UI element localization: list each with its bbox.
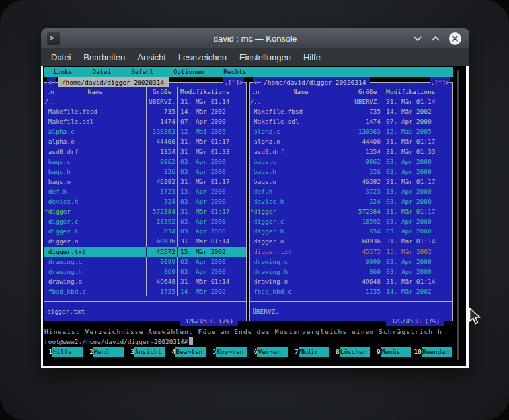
mc-menu-befehl[interactable]: Befehl bbox=[131, 67, 153, 77]
file-row-alpha.c[interactable]: alpha.c13036312. Mai 2005 bbox=[44, 126, 246, 136]
menu-lesezeichen[interactable]: Lesezeichen bbox=[175, 51, 230, 63]
fnkey-2[interactable]: 2Menü bbox=[85, 347, 126, 357]
file-row-device.h[interactable]: device.h32403. Apr 2000 bbox=[44, 196, 246, 206]
fnkey-label[interactable]: Bea~ten bbox=[175, 347, 206, 357]
file-row-drawing.o[interactable]: drawing.o4964831. Mär 01:14 bbox=[250, 276, 452, 286]
file-size: 1735 bbox=[352, 286, 383, 296]
file-mtime: 12. Mai 2005 bbox=[178, 126, 246, 136]
file-row-digger.c[interactable]: digger.c1859203. Apr 2000 bbox=[250, 216, 452, 226]
fnkey-7[interactable]: 7Mkdir bbox=[291, 347, 332, 357]
close-button[interactable] bbox=[449, 32, 461, 45]
terminal-scrollbar[interactable] bbox=[457, 70, 459, 360]
header-mtime[interactable]: Modifikations bbox=[383, 87, 452, 97]
header-size[interactable]: Größe bbox=[352, 87, 383, 97]
file-row-bags.o[interactable]: bags.o4639231. Mär 01:17 bbox=[44, 177, 246, 187]
file-row-Makefile.fbsd[interactable]: Makefile.fbsd73514. Mär 2002 bbox=[250, 106, 452, 116]
fnkey-5[interactable]: 5Kop~ren bbox=[208, 347, 249, 357]
file-row-drawing.o[interactable]: drawing.o4964831. Mär 01:14 bbox=[44, 276, 246, 286]
menu-bearbeiten[interactable]: Bearbeiten bbox=[80, 51, 128, 63]
file-row-drawing.h[interactable]: drawing.h86903. Apr 2000 bbox=[250, 267, 452, 276]
file-row-asd0.drf[interactable]: asd0.drf135431. Mär 01:33 bbox=[250, 147, 452, 157]
file-row-alpha.o[interactable]: alpha.o4440031. Mär 01:17 bbox=[44, 136, 246, 146]
fnkey-number: 2 bbox=[85, 347, 93, 357]
file-name: digger.txt bbox=[250, 247, 352, 257]
command-line[interactable]: root@www2:/home/david/digger-20020314# bbox=[44, 337, 193, 347]
mc-menu-optionen[interactable]: Optionen bbox=[174, 67, 204, 77]
fnkey-1[interactable]: 1Hilfe bbox=[44, 347, 85, 357]
file-row-digger.o[interactable]: digger.o6093631. Mär 01:14 bbox=[44, 236, 246, 246]
menu-ansicht[interactable]: Ansicht bbox=[134, 51, 169, 63]
file-row-bags.c[interactable]: bags.c986203. Apr 2000 bbox=[250, 157, 452, 167]
fnkey-9[interactable]: 9Menüs bbox=[373, 347, 414, 357]
file-row-..[interactable]: /..ÜBERVZ.31. Mär 01:14 bbox=[250, 97, 452, 106]
fnkey-label[interactable]: Menüs bbox=[381, 347, 411, 357]
mc-menu-rechts[interactable]: Rechts bbox=[223, 67, 246, 77]
file-row-digger.h[interactable]: digger.h83403. Apr 2000 bbox=[44, 226, 246, 236]
file-row-alpha.o[interactable]: alpha.o4440031. Mär 01:17 bbox=[250, 136, 452, 146]
fnkey-3[interactable]: 3Ansicht bbox=[126, 347, 167, 357]
file-row-bags.o[interactable]: bags.o4639231. Mär 01:17 bbox=[250, 177, 452, 187]
fnkey-label[interactable]: Menü bbox=[93, 347, 124, 357]
file-row-alpha.c[interactable]: alpha.c13036312. Mai 2005 bbox=[250, 126, 452, 136]
file-row-device.h[interactable]: device.h32403. Apr 2000 bbox=[250, 196, 452, 206]
fnkey-label[interactable]: Ansicht bbox=[134, 347, 165, 357]
file-name: digger.c bbox=[44, 216, 146, 226]
menu-hilfe[interactable]: Hilfe bbox=[300, 51, 324, 63]
file-row-digger.h[interactable]: digger.h83403. Apr 2000 bbox=[250, 226, 452, 236]
file-row-..[interactable]: /..ÜBERVZ.31. Mär 01:14 bbox=[44, 97, 246, 106]
fnkey-6[interactable]: 6Ver~en bbox=[249, 347, 290, 357]
fnkey-10[interactable]: 10Beenden bbox=[414, 347, 455, 357]
mc-menu-links[interactable]: Links bbox=[54, 67, 73, 77]
file-row-digger.c[interactable]: digger.c1859203. Apr 2000 bbox=[44, 216, 246, 226]
panel-left-path[interactable]: /home/david/digger-20020314 bbox=[58, 77, 169, 87]
fnkey-number: 7 bbox=[291, 347, 299, 357]
mc-menu-datei[interactable]: Datei bbox=[93, 67, 112, 77]
panel-left-collapse-arrow[interactable]: <─ bbox=[47, 77, 56, 87]
panel-right-status-separator bbox=[250, 296, 452, 306]
panel-left-resize-corner[interactable]: .[^]> bbox=[223, 77, 244, 87]
file-row-asd0.drf[interactable]: asd0.drf135431. Mär 01:33 bbox=[44, 147, 246, 157]
file-row-bags.h[interactable]: bags.h32603. Apr 2000 bbox=[250, 167, 452, 177]
file-name: Makefile.fbsd bbox=[250, 106, 352, 116]
file-row-drawing.h[interactable]: drawing.h86903. Apr 2000 bbox=[44, 267, 246, 276]
file-row-digger[interactable]: *digger57238431. Mär 01:17 bbox=[250, 206, 452, 216]
file-row-drawing.c[interactable]: drawing.c909903. Apr 2000 bbox=[250, 257, 452, 267]
maximize-icon[interactable] bbox=[431, 36, 440, 42]
file-row-digger[interactable]: *digger57238431. Mär 01:17 bbox=[44, 206, 246, 216]
panel-left: <─ /home/david/digger-20020314 .[^]> .nN… bbox=[44, 82, 247, 321]
header-name[interactable]: Name bbox=[294, 88, 309, 95]
fnkey-label[interactable]: Hilfe bbox=[52, 347, 83, 357]
file-row-fbsd_kbd.c[interactable]: fbsd_kbd.c173514. Mär 2002 bbox=[250, 286, 452, 296]
panel-right-resize-corner[interactable]: .[^]> bbox=[430, 77, 450, 87]
fnkey-label[interactable]: Kop~ren bbox=[216, 347, 247, 357]
file-row-Makefile.sdl[interactable]: Makefile.sdl147407. Apr 2000 bbox=[44, 116, 246, 126]
fnkey-4[interactable]: 4Bea~ten bbox=[167, 347, 208, 357]
fnkey-label[interactable]: Löschen bbox=[340, 347, 370, 357]
menu-einstellungen[interactable]: Einstellungen bbox=[236, 51, 294, 63]
file-row-drawing.c[interactable]: drawing.c909903. Apr 2000 bbox=[44, 257, 246, 267]
fnkey-label[interactable]: Beenden bbox=[422, 347, 452, 357]
file-row-bags.c[interactable]: bags.c986203. Apr 2000 bbox=[44, 157, 246, 167]
file-row-def.h[interactable]: def.h372313. Apr 2000 bbox=[44, 187, 246, 196]
file-row-bags.h[interactable]: bags.h32603. Apr 2000 bbox=[44, 167, 246, 177]
fnkey-8[interactable]: 8Löschen bbox=[332, 347, 373, 357]
panel-left-column-headers[interactable]: .nName Größe Modifikations bbox=[44, 87, 246, 97]
header-name[interactable]: Name bbox=[88, 88, 103, 95]
minimize-icon[interactable] bbox=[413, 36, 422, 42]
menu-datei[interactable]: Datei bbox=[48, 51, 74, 63]
panel-right-path[interactable]: /home/david/digger-20020314 bbox=[263, 77, 370, 87]
header-size[interactable]: Größe bbox=[147, 87, 177, 97]
file-row-digger.txt[interactable]: digger.txt4557215. Mär 2002 bbox=[44, 247, 246, 257]
file-row-Makefile.fbsd[interactable]: Makefile.fbsd73514. Mär 2002 bbox=[44, 106, 246, 116]
file-row-fbsd_kbd.c[interactable]: fbsd_kbd.c173514. Mär 2002 bbox=[44, 286, 246, 296]
header-mtime[interactable]: Modifikations bbox=[178, 87, 246, 97]
titlebar[interactable]: > david : mc — Konsole bbox=[41, 28, 469, 48]
panel-right-rows: .nName Größe Modifikations /..ÜBERVZ.31.… bbox=[250, 87, 452, 316]
file-row-digger.txt[interactable]: digger.txt4557215. Mär 2002 bbox=[250, 247, 452, 257]
fnkey-label[interactable]: Mkdir bbox=[299, 347, 329, 357]
file-row-Makefile.sdl[interactable]: Makefile.sdl147407. Apr 2000 bbox=[250, 116, 452, 126]
file-row-def.h[interactable]: def.h372313. Apr 2000 bbox=[250, 187, 452, 196]
panel-right-column-headers[interactable]: .nName Größe Modifikations bbox=[250, 87, 452, 97]
fnkey-label[interactable]: Ver~en bbox=[257, 347, 288, 357]
file-row-digger.o[interactable]: digger.o6093631. Mär 01:14 bbox=[250, 236, 452, 246]
